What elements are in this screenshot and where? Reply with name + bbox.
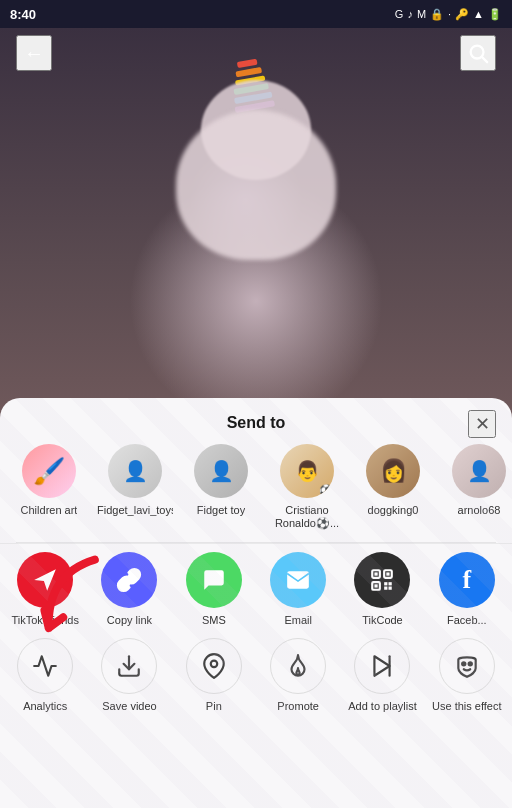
sheet-header: Send to ✕: [0, 398, 512, 444]
add-to-playlist-label: Add to playlist: [348, 700, 416, 712]
use-effect-icon: [439, 638, 495, 694]
chart-icon: [32, 653, 58, 679]
back-icon: ←: [24, 42, 44, 65]
save-video-label: Save video: [102, 700, 156, 712]
sheet-title: Send to: [227, 414, 286, 432]
mail-icon: [285, 567, 311, 593]
playlist-icon: [369, 653, 395, 679]
message-icon: [201, 567, 227, 593]
download-icon: [116, 653, 142, 679]
pin-icon: [201, 653, 227, 679]
svg-line-1: [482, 57, 487, 62]
svg-point-14: [211, 661, 218, 668]
svg-rect-10: [389, 583, 392, 586]
tiktok-notif-icon: ♪: [407, 8, 413, 20]
top-navigation: ←: [0, 28, 512, 78]
google-icon: G: [395, 8, 404, 20]
tikcode-label: TikCode: [362, 614, 403, 626]
lock-icon: 🔒: [430, 8, 444, 21]
use-effect-label: Use this effect: [432, 700, 502, 712]
save-video-icon: [101, 638, 157, 694]
contact-name-dog: doggking0: [368, 504, 419, 517]
action-pin[interactable]: Pin: [173, 638, 255, 712]
status-icons: G ♪ M 🔒 · 🔑 ▲ 🔋: [395, 8, 502, 21]
facebook-label: Faceb...: [447, 614, 487, 626]
dot-icon: ·: [448, 8, 451, 20]
contact-fidget-toy[interactable]: 👤 Fidget toy: [180, 444, 262, 530]
contact-name-fidget-toy: Fidget toy: [197, 504, 245, 517]
cr-icon: 👨: [295, 459, 320, 483]
email-label: Email: [284, 614, 312, 626]
flame-icon: [285, 653, 311, 679]
contact-arnolo68[interactable]: 👤 arnolo68: [438, 444, 512, 530]
contact-name-children-art: Children art: [21, 504, 78, 517]
svg-rect-7: [387, 573, 390, 576]
search-icon: [467, 42, 489, 64]
sms-label: SMS: [202, 614, 226, 626]
action-email[interactable]: Email: [257, 552, 339, 626]
action-use-effect[interactable]: Use this effect: [426, 638, 508, 712]
video-subject: [146, 60, 366, 280]
action-add-to-playlist[interactable]: Add to playlist: [341, 638, 423, 712]
svg-rect-6: [375, 573, 378, 576]
search-button[interactable]: [460, 35, 496, 71]
svg-rect-11: [385, 587, 388, 590]
contact-avatar-cr: 👨 ⚽: [280, 444, 334, 498]
facebook-icon: f: [439, 552, 495, 608]
contact-avatar-arnolo: 👤: [452, 444, 506, 498]
key-icon: 🔑: [455, 8, 469, 21]
contact-children-art[interactable]: 🖌️ Children art: [8, 444, 90, 530]
svg-point-17: [462, 663, 465, 666]
cr-verified-icon: ⚽: [319, 484, 334, 498]
arnolo-icon: 👤: [467, 459, 492, 483]
fidget1-icon: 👤: [123, 459, 148, 483]
dog-icon: 👩: [380, 458, 407, 484]
action-tikcode[interactable]: TikCode: [341, 552, 423, 626]
action-facebook[interactable]: f Faceb...: [426, 552, 508, 626]
promote-label: Promote: [277, 700, 319, 712]
svg-marker-15: [375, 657, 390, 677]
add-to-playlist-icon: [354, 638, 410, 694]
status-time: 8:40: [10, 7, 36, 22]
contact-avatar-children-art: 🖌️: [22, 444, 76, 498]
contact-avatar-dog: 👩: [366, 444, 420, 498]
analytics-label: Analytics: [23, 700, 67, 712]
email-icon: [270, 552, 326, 608]
contact-avatar-fidget-lavi: 👤: [108, 444, 162, 498]
svg-rect-9: [385, 583, 388, 586]
pin-label: Pin: [206, 700, 222, 712]
unicorn-body: [176, 110, 336, 260]
svg-rect-8: [375, 585, 378, 588]
pin-icon-container: [186, 638, 242, 694]
copy-link-label: Copy link: [107, 614, 152, 626]
action-promote[interactable]: Promote: [257, 638, 339, 712]
close-button[interactable]: ✕: [468, 410, 496, 438]
promote-icon: [270, 638, 326, 694]
gmail-icon: M: [417, 8, 426, 20]
contact-cristiano-ronaldo[interactable]: 👨 ⚽ Cristiano Ronaldo⚽...: [266, 444, 348, 530]
contact-avatar-fidget-toy: 👤: [194, 444, 248, 498]
contact-doggking0[interactable]: 👩 doggking0: [352, 444, 434, 530]
svg-rect-2: [287, 572, 309, 589]
contact-name-arnolo: arnolo68: [458, 504, 501, 517]
back-button[interactable]: ←: [16, 35, 52, 71]
svg-rect-12: [389, 587, 392, 590]
link-icon: [116, 567, 142, 593]
fidget2-icon: 👤: [209, 459, 234, 483]
action-save-video[interactable]: Save video: [88, 638, 170, 712]
art-icon: 🖌️: [33, 456, 65, 487]
status-bar: 8:40 G ♪ M 🔒 · 🔑 ▲ 🔋: [0, 0, 512, 28]
sms-icon: [186, 552, 242, 608]
tikcode-icon: [354, 552, 410, 608]
mask-icon: [454, 653, 480, 679]
action-sms[interactable]: SMS: [173, 552, 255, 626]
signal-icon: ▲: [473, 8, 484, 20]
svg-point-18: [468, 663, 471, 666]
contact-name-cr: Cristiano Ronaldo⚽...: [269, 504, 345, 530]
facebook-f-icon: f: [462, 565, 471, 595]
contacts-row: 🖌️ Children art 👤 Fidget_lavi_toys 👤 Fid…: [0, 444, 512, 542]
battery-icon: 🔋: [488, 8, 502, 21]
qr-icon: [369, 567, 395, 593]
contact-fidget-lavi-toys[interactable]: 👤 Fidget_lavi_toys: [94, 444, 176, 530]
contact-name-fidget-lavi: Fidget_lavi_toys: [97, 504, 173, 517]
